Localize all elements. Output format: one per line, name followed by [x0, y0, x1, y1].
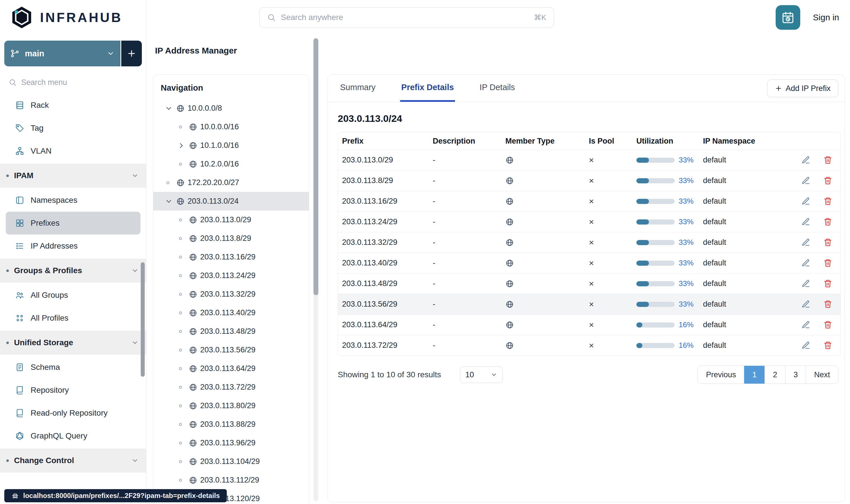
- table-row[interactable]: 203.0.113.72/29-×16%default: [338, 335, 840, 356]
- delete-button[interactable]: [824, 320, 832, 329]
- delete-button[interactable]: [824, 197, 832, 206]
- edit-button[interactable]: [801, 341, 810, 350]
- page-button-3[interactable]: 3: [785, 366, 806, 383]
- cell-member-type: [501, 218, 585, 226]
- sidebar-item-namespaces[interactable]: Namespaces: [6, 189, 141, 212]
- edit-button[interactable]: [801, 300, 810, 309]
- tree-item-172-20-20-0-27[interactable]: 172.20.20.0/27: [153, 173, 309, 192]
- sidebar-section-change-control[interactable]: Change Control: [0, 449, 146, 472]
- table-row[interactable]: 203.0.113.8/29-×33%default: [338, 170, 840, 191]
- delete-button[interactable]: [824, 300, 832, 309]
- tree-item-203-0-113-0-24[interactable]: 203.0.113.0/24: [153, 192, 309, 211]
- table-row[interactable]: 203.0.113.64/29-×16%default: [338, 314, 840, 335]
- edit-button[interactable]: [801, 238, 810, 247]
- sidebar-section-unified-storage[interactable]: Unified Storage: [0, 331, 146, 355]
- tree-item-10-0-0-0-8[interactable]: 10.0.0.0/8: [153, 99, 309, 118]
- table-row[interactable]: 203.0.113.24/29-×33%default: [338, 211, 840, 232]
- delete-button[interactable]: [824, 176, 832, 185]
- sidebar-item-repository[interactable]: Repository: [6, 379, 141, 401]
- edit-button[interactable]: [801, 320, 810, 329]
- tree-item-203-0-113-48-29[interactable]: 203.0.113.48/29: [153, 322, 309, 341]
- is-pool-false-icon: ×: [589, 217, 594, 227]
- sidebar-item-rack[interactable]: Rack: [6, 94, 141, 117]
- table-row[interactable]: 203.0.113.16/29-×33%default: [338, 191, 840, 211]
- navigation-scrollbar-thumb[interactable]: [313, 38, 318, 295]
- tab-summary[interactable]: Summary: [339, 75, 377, 102]
- page-button-1[interactable]: 1: [744, 366, 764, 383]
- chevron-down-icon: [131, 267, 139, 274]
- logo[interactable]: INFRAHUB: [0, 0, 146, 35]
- tree-item-203-0-113-104-29[interactable]: 203.0.113.104/29: [153, 452, 309, 471]
- chevron-down-icon[interactable]: [165, 104, 173, 112]
- sidebar-section-ipam[interactable]: IPAM: [0, 164, 146, 187]
- sidebar-section-groups-profiles[interactable]: Groups & Profiles: [0, 258, 146, 283]
- edit-button[interactable]: [801, 176, 810, 185]
- cell-member-type: [501, 156, 585, 164]
- edit-button[interactable]: [801, 279, 810, 288]
- tree-item-203-0-113-40-29[interactable]: 203.0.113.40/29: [153, 304, 309, 322]
- tree-item-203-0-113-64-29[interactable]: 203.0.113.64/29: [153, 359, 309, 378]
- table-row[interactable]: 203.0.113.32/29-×33%default: [338, 232, 840, 253]
- tree-item-10-1-0-0-16[interactable]: 10.1.0.0/16: [153, 136, 309, 155]
- tree-item-203-0-113-56-29[interactable]: 203.0.113.56/29: [153, 341, 309, 359]
- sidebar-item-tag[interactable]: Tag: [6, 117, 141, 140]
- sidebar-item-ip-addresses[interactable]: IP Addresses: [6, 235, 141, 257]
- page-size-select[interactable]: 10: [460, 366, 503, 383]
- tree-item-203-0-113-8-29[interactable]: 203.0.113.8/29: [153, 229, 309, 248]
- tab-ip-details[interactable]: IP Details: [478, 75, 516, 102]
- sidebar-item-all-profiles[interactable]: All Profiles: [6, 307, 141, 329]
- tree-item-10-0-0-0-16[interactable]: 10.0.0.0/16: [153, 118, 309, 136]
- sidebar-item-vlan[interactable]: VLAN: [6, 140, 141, 162]
- delete-button[interactable]: [824, 238, 832, 247]
- sidebar-scrollbar-thumb[interactable]: [141, 262, 145, 377]
- add-ip-prefix-button[interactable]: Add IP Prefix: [767, 79, 838, 97]
- sign-in-link[interactable]: Sign in: [813, 13, 839, 22]
- tree-item-10-2-0-0-16[interactable]: 10.2.0.0/16: [153, 155, 309, 173]
- sidebar-item-prefixes[interactable]: Prefixes: [6, 212, 141, 235]
- bullet-icon: [179, 126, 182, 128]
- pencil-icon: [801, 341, 810, 350]
- chevron-down-icon[interactable]: [165, 197, 173, 205]
- next-button[interactable]: Next: [806, 366, 838, 383]
- table-row[interactable]: 203.0.113.0/29-×33%default: [338, 149, 840, 170]
- page-button-2[interactable]: 2: [764, 366, 785, 383]
- sidebar-item-read-only-repository[interactable]: Read-only Repository: [6, 401, 141, 425]
- delete-button[interactable]: [824, 341, 832, 350]
- edit-button[interactable]: [801, 258, 810, 267]
- tree-item-203-0-113-16-29[interactable]: 203.0.113.16/29: [153, 248, 309, 266]
- delete-button[interactable]: [824, 217, 832, 226]
- tree-item-203-0-113-24-29[interactable]: 203.0.113.24/29: [153, 266, 309, 285]
- edit-button[interactable]: [801, 197, 810, 206]
- is-pool-false-icon: ×: [589, 320, 594, 330]
- tree-item-203-0-113-0-29[interactable]: 203.0.113.0/29: [153, 211, 309, 229]
- previous-button[interactable]: Previous: [698, 366, 744, 383]
- sidebar-search-input[interactable]: [21, 78, 115, 87]
- table-row[interactable]: 203.0.113.48/29-×33%default: [338, 273, 840, 294]
- utilization-bar-fill: [636, 260, 649, 266]
- delete-button[interactable]: [824, 258, 832, 267]
- table-row[interactable]: 203.0.113.40/29-×33%default: [338, 253, 840, 273]
- tree-item-203-0-113-80-29[interactable]: 203.0.113.80/29: [153, 396, 309, 415]
- delete-button[interactable]: [824, 279, 832, 288]
- cell-is-pool: ×: [585, 258, 632, 268]
- tab-prefix-details[interactable]: Prefix Details: [400, 75, 455, 102]
- add-branch-button[interactable]: [121, 41, 142, 66]
- delete-button[interactable]: [824, 156, 832, 164]
- edit-button[interactable]: [801, 156, 810, 164]
- sidebar-item-schema[interactable]: Schema: [6, 356, 141, 379]
- tree-item-203-0-113-88-29[interactable]: 203.0.113.88/29: [153, 415, 309, 434]
- tree-item-203-0-113-112-29[interactable]: 203.0.113.112/29: [153, 471, 309, 489]
- global-search-input[interactable]: [281, 13, 529, 22]
- edit-button[interactable]: [801, 217, 810, 226]
- global-search: ⌘K: [259, 7, 554, 28]
- tree-item-203-0-113-96-29[interactable]: 203.0.113.96/29: [153, 434, 309, 452]
- branch-selector[interactable]: main: [4, 41, 121, 66]
- tree-item-203-0-113-72-29[interactable]: 203.0.113.72/29: [153, 378, 309, 396]
- tree-marker: [177, 218, 189, 221]
- sidebar-item-graphql-query[interactable]: GraphQL Query: [6, 425, 141, 447]
- chevron-right-icon[interactable]: [177, 142, 185, 149]
- tree-item-203-0-113-32-29[interactable]: 203.0.113.32/29: [153, 285, 309, 304]
- date-picker-button[interactable]: [776, 5, 800, 30]
- sidebar-item-all-groups[interactable]: All Groups: [6, 284, 141, 307]
- table-row[interactable]: 203.0.113.56/29-×33%default: [338, 294, 840, 314]
